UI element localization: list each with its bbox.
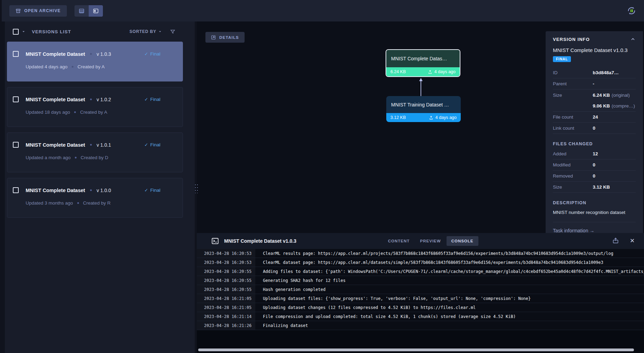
info-value: 0 bbox=[593, 126, 596, 131]
console-title: MNIST Complete Dataset v1.0.3 bbox=[224, 238, 297, 244]
status-final-badge: ✓Final bbox=[144, 188, 160, 193]
info-row: Parent- bbox=[553, 78, 636, 89]
created-by-label: Created by D bbox=[81, 155, 108, 160]
version-checkbox[interactable] bbox=[13, 96, 19, 102]
sorted-by-dropdown[interactable]: SORTED BY bbox=[130, 29, 162, 34]
log-timestamp: 2023-04-28 16:21:05 bbox=[197, 294, 255, 303]
panel-resize-handle[interactable] bbox=[194, 183, 198, 193]
split-view-toggle[interactable] bbox=[89, 5, 103, 17]
version-checkbox[interactable] bbox=[13, 187, 19, 193]
log-message: Uploading dataset files: {'show_progress… bbox=[255, 296, 531, 301]
log-message: ClearML dataset page: https://app.clear.… bbox=[255, 260, 603, 265]
created-by-label: Created by A bbox=[78, 64, 105, 69]
version-list-item[interactable]: MNIST Complete Datasetv 1.0.2✓FinalUpdat… bbox=[7, 87, 183, 127]
files-changed-header: FILES CHANGED bbox=[553, 141, 636, 146]
auto-refresh-toggle[interactable] bbox=[626, 5, 637, 16]
collapse-panel-icon[interactable] bbox=[630, 36, 636, 42]
sorted-by-label: SORTED BY bbox=[130, 29, 156, 34]
dataset-version: v 1.0.3 bbox=[97, 51, 111, 57]
dataset-node-training[interactable]: MNIST Training Dataset … 3.12 KB 4 days … bbox=[386, 96, 461, 122]
version-item-header: MNIST Complete Datasetv 1.0.1✓Final bbox=[13, 142, 160, 148]
info-note: (original) bbox=[612, 93, 630, 98]
dataset-version: v 1.0.2 bbox=[97, 97, 111, 102]
dot-separator bbox=[77, 202, 79, 204]
detach-panel-button[interactable] bbox=[611, 236, 620, 246]
details-button[interactable]: DETAILS bbox=[205, 32, 245, 43]
status-final-label: Final bbox=[150, 97, 160, 102]
dataset-version-title: MNIST Complete Dataset v1.0.3 bbox=[553, 47, 636, 53]
status-final-badge: ✓Final bbox=[144, 142, 160, 147]
dot-separator bbox=[72, 66, 73, 68]
dataset-name: MNIST Complete Dataset bbox=[26, 97, 85, 102]
horizontal-scrollbar[interactable] bbox=[198, 348, 634, 351]
info-label: Size bbox=[553, 184, 593, 190]
close-console-button[interactable]: ✕ bbox=[628, 236, 636, 246]
filter-icon[interactable] bbox=[170, 29, 175, 34]
versions-list-header: VERSIONS LIST SORTED BY bbox=[5, 21, 195, 42]
tab-preview[interactable]: PREVIEW bbox=[415, 236, 446, 246]
final-status-badge: FINAL bbox=[553, 56, 571, 62]
log-row: 2023-04-28 16:21:05Uploading dataset fil… bbox=[197, 294, 644, 303]
version-checkbox[interactable] bbox=[13, 51, 19, 57]
version-item-meta: Updated 18 days agoCreated by A bbox=[26, 110, 160, 115]
node-size: 3.12 KB bbox=[390, 115, 406, 120]
task-information-link[interactable]: Task information → bbox=[553, 222, 636, 233]
version-item-header: MNIST Complete Datasetv 1.0.0✓Final bbox=[13, 187, 160, 193]
description-text: MNIST number recognition dataset bbox=[553, 210, 636, 215]
log-row: 2023-04-28 16:20:55Generating SHA2 hash … bbox=[197, 276, 644, 285]
created-by-label: Created by R bbox=[83, 200, 111, 206]
info-row: Size6.24 KB(original) bbox=[553, 89, 636, 101]
version-item-meta: Updated 4 days agoCreated by A bbox=[26, 64, 160, 69]
info-label: File count bbox=[553, 114, 593, 120]
log-message: File compression and upload completed: t… bbox=[255, 314, 516, 319]
dot-separator bbox=[90, 53, 92, 55]
console-actions: ✕ bbox=[611, 236, 636, 246]
dot-separator bbox=[90, 189, 92, 191]
updated-label: Updated 4 days ago bbox=[26, 64, 68, 69]
version-list-item[interactable]: MNIST Complete Datasetv 1.0.0✓FinalUpdat… bbox=[7, 178, 183, 218]
details-label: DETAILS bbox=[219, 35, 239, 40]
version-info-title: VERSION INFO bbox=[553, 37, 590, 42]
open-archive-button[interactable]: OPEN ARCHIVE bbox=[9, 5, 67, 17]
info-label: ID bbox=[553, 70, 593, 75]
info-value: 24 bbox=[593, 114, 598, 120]
view-toggle-group bbox=[74, 5, 103, 17]
info-row: 9.06 KB(compre…) bbox=[553, 101, 636, 112]
tab-console[interactable]: CONSOLE bbox=[447, 236, 478, 246]
table-view-toggle[interactable] bbox=[74, 5, 89, 17]
info-value: 0 bbox=[593, 173, 596, 179]
info-label: Link count bbox=[553, 126, 593, 131]
dot-separator bbox=[75, 157, 77, 158]
console-log: 2023-04-28 16:20:53ClearML results page:… bbox=[197, 249, 644, 330]
node-updated: 4 days ago bbox=[434, 69, 456, 74]
log-row: 2023-04-28 16:20:55Hash generation compl… bbox=[197, 285, 644, 294]
select-all-checkbox[interactable] bbox=[13, 29, 19, 35]
dataset-name: MNIST Complete Dataset bbox=[26, 51, 85, 57]
check-icon: ✓ bbox=[144, 51, 148, 57]
archive-icon bbox=[16, 8, 21, 14]
version-item-meta: Updated 3 months agoCreated by R bbox=[26, 200, 160, 206]
arrow-head bbox=[419, 78, 423, 81]
version-list-item[interactable]: MNIST Complete Datasetv 1.0.3✓FinalUpdat… bbox=[7, 42, 183, 81]
version-checkbox[interactable] bbox=[13, 142, 19, 148]
node-footer: 6.24 KB 4 days ago bbox=[386, 67, 460, 76]
updated-label: Updated 3 months ago bbox=[26, 200, 73, 206]
version-info-panel: VERSION INFO MNIST Complete Dataset v1.0… bbox=[546, 31, 643, 233]
log-row: 2023-04-28 16:20:53ClearML dataset page:… bbox=[197, 258, 644, 267]
tab-content[interactable]: CONTENT bbox=[383, 236, 415, 246]
log-timestamp: 2023-04-28 16:20:55 bbox=[197, 267, 255, 276]
info-label: Modified bbox=[553, 162, 593, 167]
versions-panel: VERSIONS LIST SORTED BY MNIST Complete D… bbox=[5, 21, 195, 353]
version-list-item[interactable]: MNIST Complete Datasetv 1.0.1✓FinalUpdat… bbox=[7, 132, 183, 172]
info-label: Removed bbox=[553, 173, 593, 179]
upload-icon bbox=[428, 70, 432, 74]
select-all-caret-icon[interactable] bbox=[21, 29, 26, 34]
info-value: 6.24 KB(original) bbox=[593, 93, 630, 98]
table-view-icon bbox=[79, 8, 85, 14]
version-info-rows: IDb3d848a7…Parent-Size6.24 KB(original)9… bbox=[553, 67, 636, 134]
arrow-line bbox=[421, 81, 421, 96]
info-value: 9.06 KB(compre…) bbox=[593, 103, 635, 109]
dataset-node-complete[interactable]: MNIST Complete Datas… 6.24 KB 4 days ago bbox=[386, 49, 460, 77]
info-row: Modified0 bbox=[553, 160, 636, 171]
log-message: Adding files to dataset: {'path': Window… bbox=[255, 269, 644, 274]
